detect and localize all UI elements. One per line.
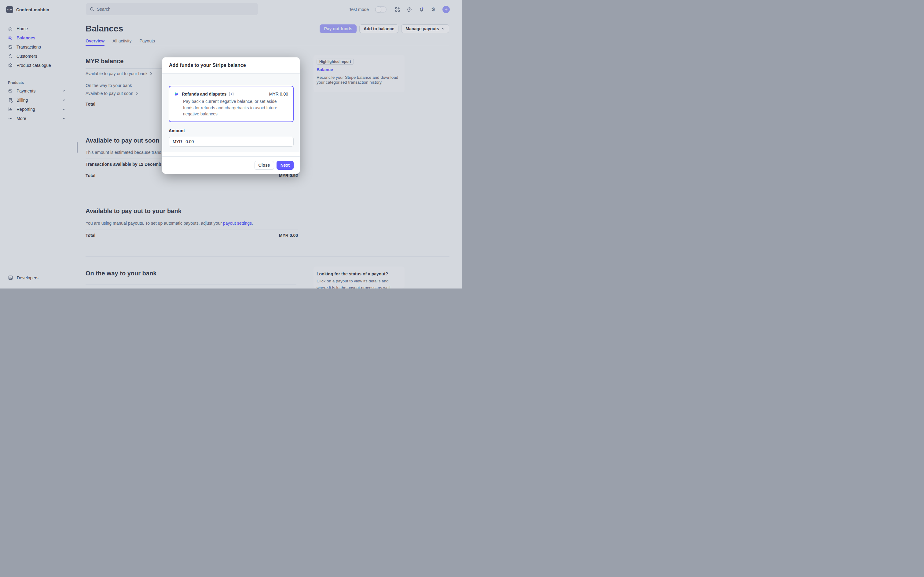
- currency-prefix: MYR: [173, 139, 182, 144]
- info-icon[interactable]: i: [229, 92, 233, 96]
- amount-value: 0.00: [186, 139, 194, 144]
- balance-funds-icon: [174, 92, 179, 97]
- option-amount: MYR 0.00: [269, 92, 288, 97]
- next-button[interactable]: Next: [276, 161, 294, 170]
- amount-label: Amount: [169, 128, 185, 133]
- refunds-disputes-option[interactable]: Refunds and disputes i MYR 0.00 Pay back…: [169, 86, 294, 122]
- amount-input[interactable]: MYR 0.00: [169, 137, 294, 147]
- option-description: Pay back a current negative balance, or …: [183, 98, 286, 117]
- modal-footer: Close Next: [162, 156, 300, 174]
- close-button[interactable]: Close: [255, 161, 274, 170]
- modal-title: Add funds to your Stripe balance: [162, 57, 300, 74]
- option-title: Refunds and disputes: [182, 92, 226, 97]
- stripe-dashboard-page: SLM Content-mobbin Home Balances Tran: [0, 0, 462, 288]
- modal-body: Refunds and disputes i MYR 0.00 Pay back…: [162, 74, 300, 152]
- add-funds-modal: Add funds to your Stripe balance Refunds…: [162, 57, 300, 174]
